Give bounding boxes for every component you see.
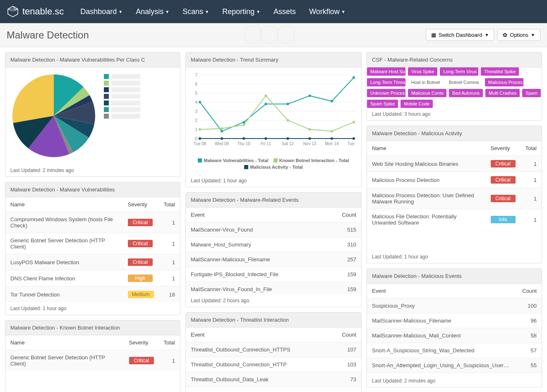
table-row[interactable]: MailScanner-Virus_Found_In_File 159 [186, 282, 361, 295]
table-row[interactable]: MailScanner-Malicious_Filename 257 [186, 252, 361, 267]
table-row[interactable]: MailScanner-Virus_Found 515 [186, 222, 361, 237]
legend-swatch [104, 107, 109, 112]
table-row[interactable]: Threatlist_Outbound_Connection_HTTPS 107 [186, 342, 361, 357]
table-row[interactable]: Malicious Process Detection Critical 1 [367, 172, 542, 188]
cell-total: 1 [521, 172, 542, 188]
csf-tag[interactable]: Spam [522, 89, 541, 97]
panel-vulnerabilities: Malware Detection - Malware Vulnerabilit… [5, 182, 180, 315]
pie-slice[interactable] [12, 74, 54, 123]
svg-point-33 [264, 103, 267, 105]
trend-legend: Malware Vulnerabilities - Total Known Bo… [191, 156, 356, 170]
nav-reporting[interactable]: Reporting▼ [222, 7, 260, 16]
cell-count: 73 [332, 372, 361, 387]
csf-tag[interactable]: Malware Host Su [367, 67, 405, 76]
csf-tag[interactable]: Botnet Comms [446, 78, 482, 86]
panel-pie: Malware Detection - Malware Vulnerabilit… [5, 52, 180, 177]
table-row[interactable]: Threatlist_Outbound_Data_Leak 73 [186, 372, 361, 387]
cell-severity: Critical [123, 212, 159, 233]
csf-tag[interactable]: Bad Autoruns [449, 89, 483, 97]
chevron-down-icon: ▼ [118, 10, 122, 14]
nav-scans[interactable]: Scans▼ [182, 7, 209, 16]
cell-total: 1 [521, 209, 542, 230]
csf-tag[interactable]: Malicious Conte [408, 89, 446, 97]
cell-event: Threatlist_Outbound_Suspicious_Proxy_Tra… [186, 387, 332, 392]
panel-header: Malware Detection - Malware Vulnerabilit… [5, 53, 180, 67]
cell-severity: High [123, 270, 159, 287]
table-row[interactable]: DNS Client Flame Infection High 1 [5, 270, 180, 287]
table-row[interactable]: Compromised Windows System (hosts File C… [5, 212, 180, 233]
cell-name: Web Site Hosting Malicious Binaries [367, 156, 486, 172]
table-row[interactable]: Snort-A_Suspicious_String_Was_Detected 5… [367, 343, 542, 358]
cell-count: 68 [332, 387, 361, 392]
cell-severity: Critical [486, 172, 521, 188]
csf-tag[interactable]: Unknown Proces [367, 89, 405, 97]
panel-header: Malware Detection - Known Botnet Interac… [5, 320, 180, 335]
cell-total: 1 [159, 270, 180, 287]
csf-tag[interactable]: Multi Crashes [485, 89, 520, 97]
svg-point-34 [287, 103, 289, 105]
panel-header: Malware Detection - Malware Vulnerabilit… [5, 182, 180, 197]
table-row[interactable]: Generic Botnet Server Detection (HTTP Cl… [5, 350, 180, 371]
nav-workflow[interactable]: Workflow▼ [309, 7, 345, 16]
table-row[interactable]: Threatlist_Outbound_Connection_HTTP 103 [186, 357, 361, 372]
table-row[interactable]: Generic Botnet Server Detection (HTTP Cl… [5, 233, 180, 254]
svg-text:Tue 15: Tue 15 [348, 141, 356, 146]
panel-footer: Last Updated: 2 hours ago [186, 294, 361, 307]
csf-tag[interactable]: Virus Spike [408, 67, 437, 76]
col-event: Event [186, 208, 326, 222]
switch-dashboard-button[interactable]: ▦ Switch Dashboard ▼ [426, 29, 494, 41]
csf-tag[interactable]: Long-Term Threa [367, 78, 405, 86]
page-title: Malware Detection [7, 29, 89, 41]
table-row[interactable]: Suspicious_Proxy 100 [367, 299, 542, 313]
line-series[interactable] [200, 78, 354, 131]
table-row[interactable]: Fortigate-IPS_Blocked_Infected_File 159 [186, 267, 361, 282]
svg-marker-4 [261, 25, 278, 44]
nav-analysis[interactable]: Analysis▼ [136, 7, 169, 16]
svg-text:Sat 12: Sat 12 [282, 141, 294, 146]
panel-header: Malware Detection - Malware-Related Even… [186, 193, 361, 208]
col-severity: Severity [123, 197, 159, 212]
table-row[interactable]: Tor Tunnel Detection Medium 18 [5, 287, 180, 303]
table-row[interactable]: Web Site Hosting Malicious Binaries Crit… [367, 156, 542, 172]
svg-point-48 [242, 137, 245, 140]
cell-event: Threatlist_Outbound_Connection_HTTP [186, 357, 332, 372]
table-row[interactable]: Snort-An_Attempted_Login_Using_A_Suspici… [367, 358, 542, 373]
options-label: Options [510, 32, 528, 38]
svg-text:Fri 11: Fri 11 [261, 141, 271, 146]
csf-tag[interactable]: Mobile Code [401, 100, 433, 108]
table-row[interactable]: LusyPOS Malware Detection Critical 1 [5, 254, 180, 270]
svg-point-46 [199, 137, 201, 140]
trend-chart[interactable]: 01234567Tue 08Wed 09Thu 10Fri 11Sat 12No… [191, 72, 356, 155]
table-row[interactable]: Malicious Process Detection: User Define… [367, 188, 542, 209]
csf-tag[interactable]: Threatlist Spike [481, 67, 519, 76]
csf-tag[interactable]: Spam Spike [367, 100, 398, 108]
panel-header: CSF - Malware-Related Concerns [367, 53, 542, 67]
csf-tag[interactable]: Host in Botnet [408, 78, 443, 86]
malicious-events-table: Event Count Suspicious_Proxy 100MailScan… [367, 284, 542, 375]
table-row[interactable]: Threatlist_Outbound_Suspicious_Proxy_Tra… [186, 387, 361, 392]
pie-chart[interactable] [10, 72, 97, 159]
cell-total: 1 [159, 233, 180, 254]
cell-count: 57 [515, 343, 542, 358]
legend-item [104, 74, 140, 79]
nav-dashboard[interactable]: Dashboard▼ [80, 7, 122, 16]
table-row[interactable]: MailScanner-Malicious_Filename 96 [367, 313, 542, 328]
nav-assets[interactable]: Assets [274, 7, 296, 16]
table-row[interactable]: Malware_Host_Summary 310 [186, 237, 361, 252]
table-row[interactable]: Malicious File Detection: Potentially Un… [367, 209, 542, 230]
brand-text: tenable.sc [22, 6, 64, 17]
cell-severity: Critical [124, 350, 159, 371]
col-count: Count [326, 208, 361, 222]
cell-name: Malicious File Detection: Potentially Un… [367, 209, 486, 230]
svg-marker-3 [245, 25, 261, 44]
brand-logo[interactable]: tenable.sc [7, 5, 64, 18]
csf-tag[interactable]: Malicious Proces [485, 78, 523, 86]
cell-event: MailScanner-Malicious_Mail_Content [367, 328, 515, 343]
chevron-down-icon: ▼ [341, 10, 345, 14]
legend-item: Malware Vulnerabilities - Total [204, 158, 268, 163]
cell-name: Compromised Windows System (hosts File C… [5, 212, 123, 233]
table-row[interactable]: MailScanner-Malicious_Mail_Content 58 [367, 328, 542, 343]
options-button[interactable]: ✿ Options ▼ [497, 29, 540, 41]
csf-tag[interactable]: Long-Term Virus [440, 67, 478, 76]
svg-point-39 [221, 127, 223, 130]
